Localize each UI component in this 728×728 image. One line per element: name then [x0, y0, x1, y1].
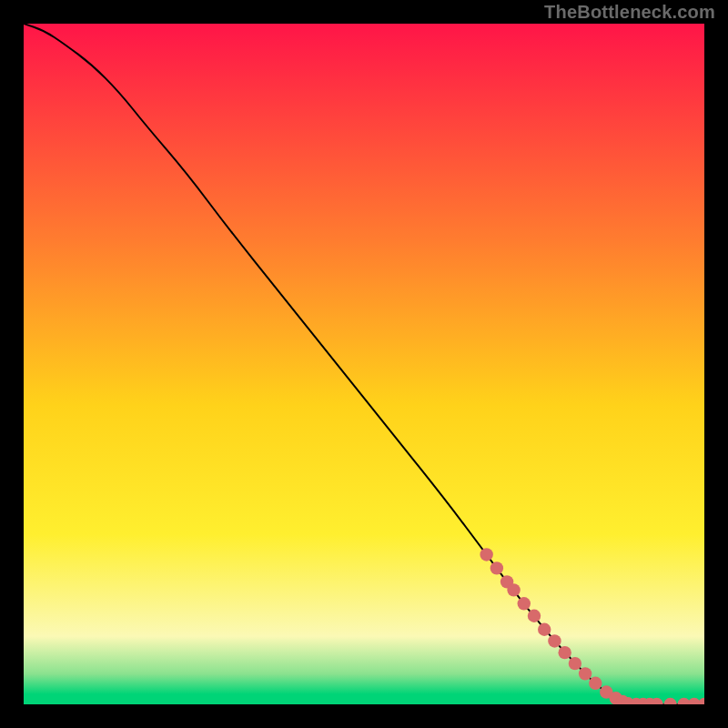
- data-marker: [548, 634, 561, 647]
- plot-area: [24, 24, 704, 704]
- data-marker: [538, 623, 551, 636]
- data-marker: [480, 548, 492, 561]
- plot-svg: [24, 24, 704, 704]
- data-marker: [589, 677, 602, 690]
- data-marker: [507, 583, 520, 596]
- data-marker: [518, 597, 531, 610]
- data-marker: [579, 667, 592, 680]
- data-marker: [569, 657, 581, 670]
- data-marker: [528, 610, 541, 622]
- data-marker: [558, 646, 571, 659]
- data-marker: [490, 561, 503, 574]
- chart-frame: TheBottleneck.com: [0, 0, 728, 728]
- gradient-background: [24, 24, 704, 704]
- attribution-label: TheBottleneck.com: [544, 2, 715, 23]
